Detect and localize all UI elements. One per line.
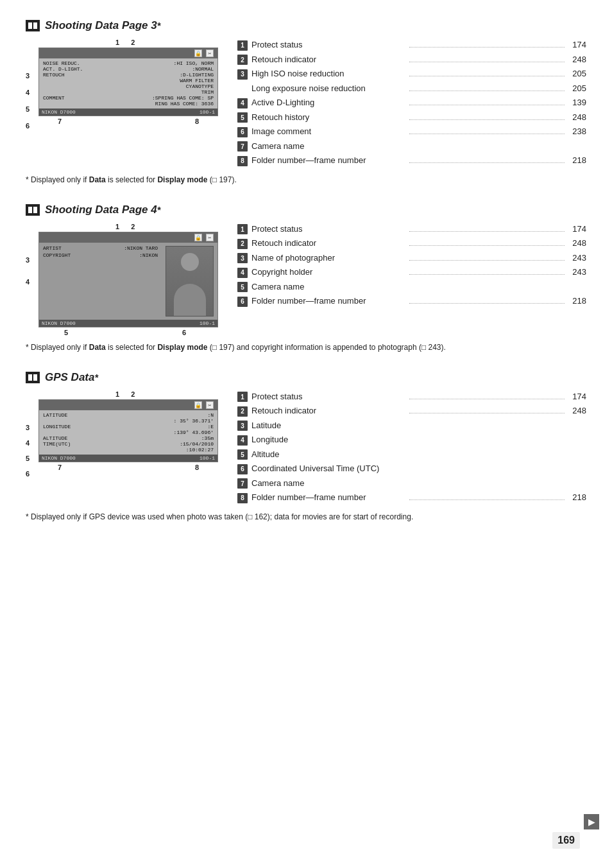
data-item-2-4: 4 Copyright holder 243 bbox=[237, 266, 586, 279]
section-content-2: 1 2 3 4 🔒 ✂ ARTIST:NIKON TARO bbox=[26, 223, 586, 336]
cam-data-line: :10:02:27 bbox=[43, 447, 214, 453]
callout-num-6b: 6 bbox=[182, 329, 186, 336]
cam-frame-1: 100-1 bbox=[200, 109, 215, 115]
cam-data-line: ARTIST:NIKON TARO bbox=[43, 245, 158, 251]
item-page: 248 bbox=[567, 404, 586, 417]
item-page: 218 bbox=[567, 491, 586, 504]
section-title-3: GPS Data* bbox=[26, 371, 586, 384]
cam-data-line: :139° 43.696' bbox=[43, 430, 214, 435]
item-label: Copyright holder bbox=[251, 266, 407, 279]
cam-data-line: LONGITUDE:E bbox=[43, 424, 214, 430]
item-num: 7 bbox=[237, 478, 248, 489]
cam-data-line: COMMENT:SPRING HAS COME: SP bbox=[43, 95, 214, 101]
svg-rect-8 bbox=[33, 374, 37, 381]
data-item-3-8: 8 Folder number—frame number 218 bbox=[237, 491, 586, 504]
callout-bottom-2: 5 6 bbox=[26, 329, 225, 336]
retouch-icon-3: ✂ bbox=[206, 401, 214, 409]
data-item-3-7: 7 Camera name bbox=[237, 477, 586, 490]
svg-rect-7 bbox=[28, 374, 32, 381]
cam-data-line: RING HAS COME: 3636 bbox=[43, 101, 214, 107]
item-page: 218 bbox=[567, 295, 586, 308]
item-page: 174 bbox=[567, 39, 586, 51]
cam-footer-2: NIKON D7000 100-1 bbox=[39, 320, 217, 327]
item-page: 174 bbox=[567, 223, 586, 236]
camera-mockup-2: 🔒 ✂ ARTIST:NIKON TARO COPYRIGHT:NIKON bbox=[38, 232, 218, 327]
dots bbox=[409, 413, 565, 413]
data-item-3-3: 3 Latitude bbox=[237, 419, 586, 432]
cam-footer-3: NIKON D7000 100-1 bbox=[39, 455, 217, 462]
item-num: 5 bbox=[237, 282, 248, 292]
data-item-2-1: 1 Protect status 174 bbox=[237, 223, 586, 236]
section-gps-data: GPS Data* 1 2 3 4 5 6 🔒 ✂ bbox=[26, 371, 586, 523]
data-item-1-3: 3 High ISO noise reduction 205 bbox=[237, 67, 586, 80]
cam-data-line: NOISE REDUC.:HI ISO, NORM bbox=[43, 60, 214, 66]
nav-arrow-right[interactable]: ▶ bbox=[584, 814, 599, 829]
cam-data-line: TIME(UTC):15/04/2010 bbox=[43, 441, 214, 447]
item-label: Protect status bbox=[251, 39, 407, 51]
item-num: 1 bbox=[237, 224, 248, 234]
cam-body-2: ARTIST:NIKON TARO COPYRIGHT:NIKON bbox=[39, 243, 217, 320]
cam-data-line: CYANOTYPE bbox=[43, 83, 214, 89]
callout-num-5: 5 bbox=[26, 455, 30, 462]
callout-num-4: 4 bbox=[26, 439, 30, 447]
item-page: 243 bbox=[567, 252, 586, 265]
callout-num-6: 6 bbox=[26, 122, 30, 130]
preview-wrapper-2: 1 2 3 4 🔒 ✂ ARTIST:NIKON TARO bbox=[26, 223, 225, 336]
data-item-1-6: 6 Image comment 238 bbox=[237, 125, 586, 138]
item-label: Latitude bbox=[251, 419, 586, 432]
section-title-text-1: Shooting Data Page 3 bbox=[45, 19, 157, 32]
data-item-1-8: 8 Folder number—frame number 218 bbox=[237, 154, 586, 167]
portrait-silhouette bbox=[166, 247, 213, 316]
callout-num-1: 1 bbox=[115, 390, 119, 398]
callout-left-1: 3 4 5 6 bbox=[26, 72, 30, 130]
retouch-icon-1: ✂ bbox=[206, 49, 214, 57]
data-item-1-3b: Long exposure noise reduction 205 bbox=[237, 82, 586, 95]
camera-mockup-1: 🔒 ✂ NOISE REDUC.:HI ISO, NORM ACT. D-LIG… bbox=[38, 48, 218, 116]
callout-num-6: 6 bbox=[26, 470, 30, 478]
cam-data-line: ACT. D-LIGHT.:NORMAL bbox=[43, 66, 214, 72]
cam-data-line: : 35° 36.371' bbox=[43, 418, 214, 424]
protect-icon-3: 🔒 bbox=[194, 401, 202, 409]
arrow-right-icon: ▶ bbox=[588, 817, 595, 827]
cam-data-line: LATITUDE:N bbox=[43, 412, 214, 418]
data-item-1-2: 2 Retouch indicator 248 bbox=[237, 53, 586, 66]
callout-top-1: 1 2 bbox=[115, 39, 135, 46]
asterisk-1: * bbox=[157, 21, 161, 31]
item-num: 5 bbox=[237, 112, 248, 123]
item-label: Camera name bbox=[251, 477, 586, 490]
cam-model-2: NIKON D7000 bbox=[42, 320, 76, 326]
callout-bottom-1: 7 8 bbox=[26, 117, 225, 125]
dots bbox=[409, 245, 565, 246]
dots bbox=[409, 105, 565, 105]
item-num: 7 bbox=[237, 141, 248, 152]
section-title-2: Shooting Data Page 4* bbox=[26, 204, 586, 216]
dots bbox=[409, 47, 565, 48]
item-label: Image comment bbox=[251, 125, 407, 138]
callout-num-4: 4 bbox=[26, 89, 30, 96]
portrait-image bbox=[166, 246, 214, 317]
item-num: 3 bbox=[237, 421, 248, 431]
data-item-1-5: 5 Retouch history 248 bbox=[237, 111, 586, 124]
protect-icon-2: 🔒 bbox=[194, 234, 202, 241]
item-page: 205 bbox=[567, 82, 586, 95]
cam-icons-row-3: 🔒 ✂ bbox=[39, 400, 217, 410]
dots bbox=[409, 274, 565, 275]
cam-data-line: TRIM bbox=[43, 89, 214, 95]
item-label: Coordinated Universal Time (UTC) bbox=[251, 462, 586, 475]
cam-data-area-1: NOISE REDUC.:HI ISO, NORM ACT. D-LIGHT.:… bbox=[39, 58, 217, 108]
item-label: Protect status bbox=[251, 390, 407, 403]
item-label: Active D-Lighting bbox=[251, 96, 407, 109]
protect-icon-1: 🔒 bbox=[194, 49, 202, 57]
item-page: 205 bbox=[567, 67, 586, 80]
data-item-3-1: 1 Protect status 174 bbox=[237, 390, 586, 403]
item-num: 2 bbox=[237, 239, 248, 249]
data-item-2-5: 5 Camera name bbox=[237, 281, 586, 293]
item-num: 5 bbox=[237, 449, 248, 460]
item-page: 248 bbox=[567, 237, 586, 250]
dots bbox=[409, 62, 565, 62]
item-num: 6 bbox=[237, 297, 248, 307]
svg-rect-4 bbox=[28, 207, 32, 213]
camera-mockup-3: 🔒 ✂ LATITUDE:N : 35° 36.371' LONGITUDE:E… bbox=[38, 399, 218, 462]
cam-frame-2: 100-1 bbox=[200, 320, 215, 326]
cam-data-line: WARM FILTER bbox=[43, 78, 214, 83]
